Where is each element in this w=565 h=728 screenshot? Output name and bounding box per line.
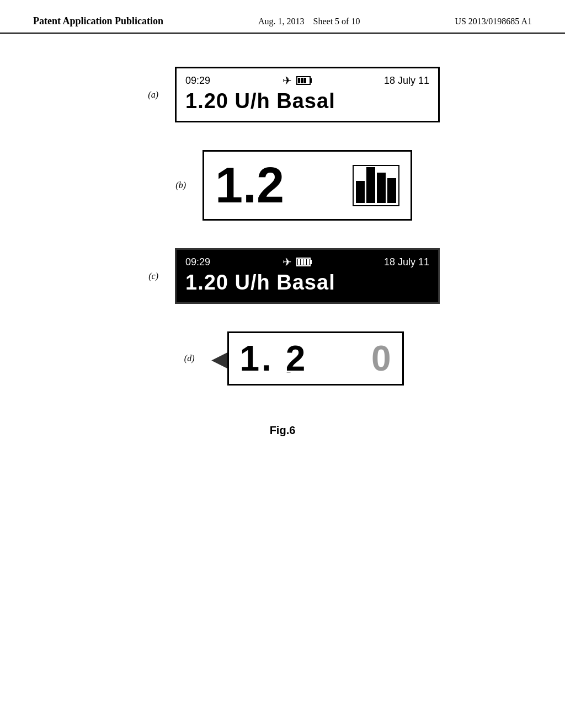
panel-a-icons: ✈ [282, 74, 312, 87]
panel-a-date: 18 July 11 [384, 75, 429, 87]
batt-seg-2 [301, 78, 303, 83]
chart-bar-4 [387, 178, 396, 203]
panel-a-row: (a) 09:29 ✈ 18 July 11 [44, 67, 521, 122]
patent-number: US 2013/0198685 A1 [455, 17, 532, 26]
panel-d-label: (d) [162, 354, 195, 363]
panel-c-batt-seg-3 [303, 259, 306, 265]
batt-seg-3 [303, 78, 306, 83]
panel-c-date: 18 July 11 [384, 256, 429, 268]
panel-a-time: 09:29 [185, 75, 210, 87]
panel-c-status-bar: 09:29 ✈ 18 July 11 [185, 255, 429, 269]
panel-c-batt-seg-2 [301, 259, 303, 265]
panel-c-main-text: 1.20 U/h Basal [185, 271, 429, 295]
panel-d-value: 1. 2 _ [240, 341, 308, 376]
page-header: Patent Application Publication Aug. 1, 2… [0, 0, 565, 34]
panel-d-container: ◀ 1. 2 _ 0 [211, 331, 404, 386]
battery-body [296, 76, 311, 85]
panel-d: 1. 2 _ 0 [227, 331, 404, 386]
chart-bar-1 [356, 181, 365, 203]
panel-c-time: 09:29 [185, 256, 210, 268]
batt-tip [310, 78, 312, 83]
panel-c-batt-seg-1 [298, 259, 300, 265]
main-content: (a) 09:29 ✈ 18 July 11 [0, 34, 565, 470]
panel-c-row: (c) 09:29 ✈ 18 July 11 [44, 248, 521, 304]
panel-b-row: (b) 1.2 [44, 150, 521, 221]
batt-seg-4 [307, 78, 309, 83]
airplane-icon: ✈ [282, 74, 292, 87]
panel-b-chart [353, 165, 399, 206]
panel-c-label: (c) [125, 271, 158, 281]
panel-a-main-text: 1.20 U/h Basal [185, 89, 429, 113]
panel-b: 1.2 [202, 150, 412, 221]
chart-bar-2 [366, 167, 375, 203]
batt-seg-1 [298, 78, 300, 83]
panel-a: 09:29 ✈ 18 July 11 1.20 U/h Ba [175, 67, 440, 122]
publication-title: Patent Application Publication [33, 15, 163, 27]
panel-a-label: (a) [125, 90, 158, 100]
panel-c-battery-body [296, 258, 311, 266]
panel-d-cursor: 0 [371, 341, 391, 376]
panel-a-status-bar: 09:29 ✈ 18 July 11 [185, 74, 429, 87]
panel-b-label: (b) [153, 180, 186, 190]
publication-date: Aug. 1, 2013 Sheet 5 of 10 [258, 17, 360, 26]
left-arrow-icon: ◀ [211, 346, 228, 372]
chart-bar-3 [377, 173, 386, 203]
panel-d-decimal-indicator: _ [287, 366, 293, 373]
panel-c-battery-icon [296, 258, 312, 266]
figure-caption: Fig.6 [270, 424, 296, 437]
panel-c: 09:29 ✈ 18 July 11 1.20 U/h Ba [175, 248, 440, 304]
battery-icon [296, 76, 312, 85]
panel-c-icons: ✈ [282, 255, 312, 269]
panel-c-batt-tip [310, 260, 312, 264]
panel-d-row: (d) ◀ 1. 2 _ 0 [44, 331, 521, 386]
panel-b-value: 1.2 [215, 160, 284, 210]
panel-c-batt-seg-4 [307, 259, 309, 265]
panel-c-airplane-icon: ✈ [282, 255, 292, 269]
